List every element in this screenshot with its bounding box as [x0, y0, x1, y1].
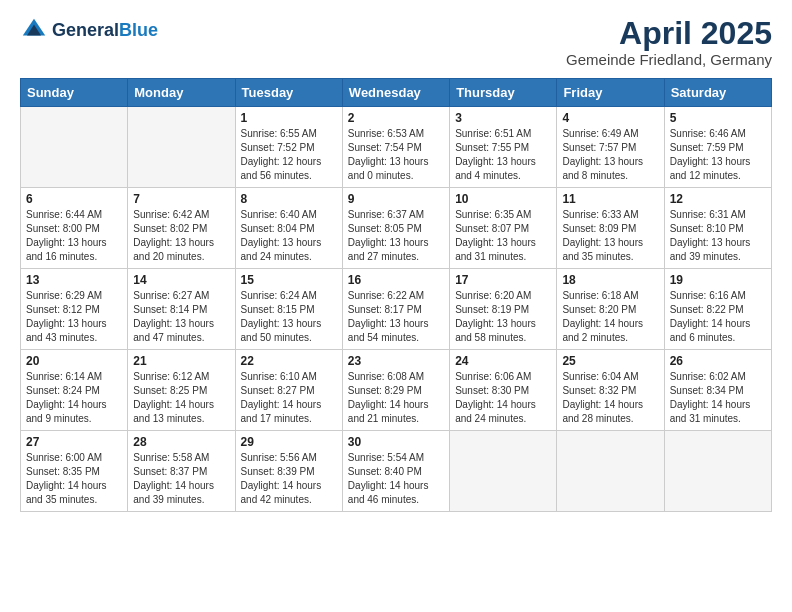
day-info: Sunrise: 6:22 AMSunset: 8:17 PMDaylight:… [348, 289, 444, 345]
calendar-cell: 2Sunrise: 6:53 AMSunset: 7:54 PMDaylight… [342, 107, 449, 188]
day-info: Sunrise: 6:14 AMSunset: 8:24 PMDaylight:… [26, 370, 122, 426]
day-number: 18 [562, 273, 658, 287]
day-number: 5 [670, 111, 766, 125]
day-info: Sunrise: 6:12 AMSunset: 8:25 PMDaylight:… [133, 370, 229, 426]
calendar-cell: 20Sunrise: 6:14 AMSunset: 8:24 PMDayligh… [21, 350, 128, 431]
day-number: 17 [455, 273, 551, 287]
day-header-friday: Friday [557, 79, 664, 107]
day-info: Sunrise: 6:16 AMSunset: 8:22 PMDaylight:… [670, 289, 766, 345]
calendar-cell: 15Sunrise: 6:24 AMSunset: 8:15 PMDayligh… [235, 269, 342, 350]
calendar-cell: 4Sunrise: 6:49 AMSunset: 7:57 PMDaylight… [557, 107, 664, 188]
logo-icon [20, 16, 48, 44]
calendar-subtitle: Gemeinde Friedland, Germany [566, 51, 772, 68]
calendar-cell: 28Sunrise: 5:58 AMSunset: 8:37 PMDayligh… [128, 431, 235, 512]
calendar-cell: 19Sunrise: 6:16 AMSunset: 8:22 PMDayligh… [664, 269, 771, 350]
calendar-cell: 18Sunrise: 6:18 AMSunset: 8:20 PMDayligh… [557, 269, 664, 350]
day-info: Sunrise: 6:37 AMSunset: 8:05 PMDaylight:… [348, 208, 444, 264]
day-number: 10 [455, 192, 551, 206]
calendar-cell: 5Sunrise: 6:46 AMSunset: 7:59 PMDaylight… [664, 107, 771, 188]
day-info: Sunrise: 5:56 AMSunset: 8:39 PMDaylight:… [241, 451, 337, 507]
day-number: 19 [670, 273, 766, 287]
calendar-cell: 12Sunrise: 6:31 AMSunset: 8:10 PMDayligh… [664, 188, 771, 269]
day-number: 16 [348, 273, 444, 287]
calendar-cell: 6Sunrise: 6:44 AMSunset: 8:00 PMDaylight… [21, 188, 128, 269]
calendar-cell: 1Sunrise: 6:55 AMSunset: 7:52 PMDaylight… [235, 107, 342, 188]
day-number: 23 [348, 354, 444, 368]
day-info: Sunrise: 6:06 AMSunset: 8:30 PMDaylight:… [455, 370, 551, 426]
calendar-title: April 2025 [566, 16, 772, 51]
day-number: 12 [670, 192, 766, 206]
day-info: Sunrise: 5:58 AMSunset: 8:37 PMDaylight:… [133, 451, 229, 507]
calendar-cell: 14Sunrise: 6:27 AMSunset: 8:14 PMDayligh… [128, 269, 235, 350]
day-info: Sunrise: 6:02 AMSunset: 8:34 PMDaylight:… [670, 370, 766, 426]
calendar-cell: 25Sunrise: 6:04 AMSunset: 8:32 PMDayligh… [557, 350, 664, 431]
day-info: Sunrise: 6:29 AMSunset: 8:12 PMDaylight:… [26, 289, 122, 345]
calendar-cell: 27Sunrise: 6:00 AMSunset: 8:35 PMDayligh… [21, 431, 128, 512]
day-info: Sunrise: 6:18 AMSunset: 8:20 PMDaylight:… [562, 289, 658, 345]
calendar-cell [21, 107, 128, 188]
calendar-cell: 3Sunrise: 6:51 AMSunset: 7:55 PMDaylight… [450, 107, 557, 188]
day-header-tuesday: Tuesday [235, 79, 342, 107]
day-number: 1 [241, 111, 337, 125]
day-info: Sunrise: 6:55 AMSunset: 7:52 PMDaylight:… [241, 127, 337, 183]
day-header-sunday: Sunday [21, 79, 128, 107]
day-info: Sunrise: 6:20 AMSunset: 8:19 PMDaylight:… [455, 289, 551, 345]
day-header-monday: Monday [128, 79, 235, 107]
day-number: 14 [133, 273, 229, 287]
day-info: Sunrise: 6:40 AMSunset: 8:04 PMDaylight:… [241, 208, 337, 264]
calendar-table: SundayMondayTuesdayWednesdayThursdayFrid… [20, 78, 772, 512]
week-row-4: 27Sunrise: 6:00 AMSunset: 8:35 PMDayligh… [21, 431, 772, 512]
calendar-cell: 7Sunrise: 6:42 AMSunset: 8:02 PMDaylight… [128, 188, 235, 269]
day-info: Sunrise: 6:08 AMSunset: 8:29 PMDaylight:… [348, 370, 444, 426]
day-number: 26 [670, 354, 766, 368]
title-area: April 2025 Gemeinde Friedland, Germany [566, 16, 772, 68]
calendar-cell: 24Sunrise: 6:06 AMSunset: 8:30 PMDayligh… [450, 350, 557, 431]
day-number: 13 [26, 273, 122, 287]
day-number: 30 [348, 435, 444, 449]
logo-blue-text: Blue [119, 20, 158, 40]
calendar-cell [557, 431, 664, 512]
calendar-cell: 17Sunrise: 6:20 AMSunset: 8:19 PMDayligh… [450, 269, 557, 350]
day-number: 29 [241, 435, 337, 449]
day-info: Sunrise: 6:44 AMSunset: 8:00 PMDaylight:… [26, 208, 122, 264]
day-number: 11 [562, 192, 658, 206]
calendar-cell: 26Sunrise: 6:02 AMSunset: 8:34 PMDayligh… [664, 350, 771, 431]
day-number: 24 [455, 354, 551, 368]
day-info: Sunrise: 6:46 AMSunset: 7:59 PMDaylight:… [670, 127, 766, 183]
day-info: Sunrise: 6:33 AMSunset: 8:09 PMDaylight:… [562, 208, 658, 264]
day-number: 8 [241, 192, 337, 206]
day-info: Sunrise: 6:51 AMSunset: 7:55 PMDaylight:… [455, 127, 551, 183]
week-row-3: 20Sunrise: 6:14 AMSunset: 8:24 PMDayligh… [21, 350, 772, 431]
week-row-1: 6Sunrise: 6:44 AMSunset: 8:00 PMDaylight… [21, 188, 772, 269]
day-number: 4 [562, 111, 658, 125]
day-number: 6 [26, 192, 122, 206]
day-number: 20 [26, 354, 122, 368]
logo-general-text: General [52, 20, 119, 40]
day-header-saturday: Saturday [664, 79, 771, 107]
day-info: Sunrise: 6:04 AMSunset: 8:32 PMDaylight:… [562, 370, 658, 426]
day-info: Sunrise: 6:42 AMSunset: 8:02 PMDaylight:… [133, 208, 229, 264]
day-info: Sunrise: 6:31 AMSunset: 8:10 PMDaylight:… [670, 208, 766, 264]
day-header-wednesday: Wednesday [342, 79, 449, 107]
day-number: 7 [133, 192, 229, 206]
day-info: Sunrise: 6:53 AMSunset: 7:54 PMDaylight:… [348, 127, 444, 183]
calendar-cell: 21Sunrise: 6:12 AMSunset: 8:25 PMDayligh… [128, 350, 235, 431]
calendar-cell [450, 431, 557, 512]
day-info: Sunrise: 6:35 AMSunset: 8:07 PMDaylight:… [455, 208, 551, 264]
calendar-cell: 30Sunrise: 5:54 AMSunset: 8:40 PMDayligh… [342, 431, 449, 512]
calendar-cell: 9Sunrise: 6:37 AMSunset: 8:05 PMDaylight… [342, 188, 449, 269]
calendar-cell: 8Sunrise: 6:40 AMSunset: 8:04 PMDaylight… [235, 188, 342, 269]
calendar-cell: 22Sunrise: 6:10 AMSunset: 8:27 PMDayligh… [235, 350, 342, 431]
calendar-cell [128, 107, 235, 188]
day-info: Sunrise: 6:24 AMSunset: 8:15 PMDaylight:… [241, 289, 337, 345]
day-number: 25 [562, 354, 658, 368]
day-number: 9 [348, 192, 444, 206]
day-number: 2 [348, 111, 444, 125]
day-number: 27 [26, 435, 122, 449]
week-row-0: 1Sunrise: 6:55 AMSunset: 7:52 PMDaylight… [21, 107, 772, 188]
day-info: Sunrise: 6:27 AMSunset: 8:14 PMDaylight:… [133, 289, 229, 345]
calendar-cell: 16Sunrise: 6:22 AMSunset: 8:17 PMDayligh… [342, 269, 449, 350]
logo: GeneralBlue [20, 16, 158, 44]
day-info: Sunrise: 6:00 AMSunset: 8:35 PMDaylight:… [26, 451, 122, 507]
calendar-cell [664, 431, 771, 512]
